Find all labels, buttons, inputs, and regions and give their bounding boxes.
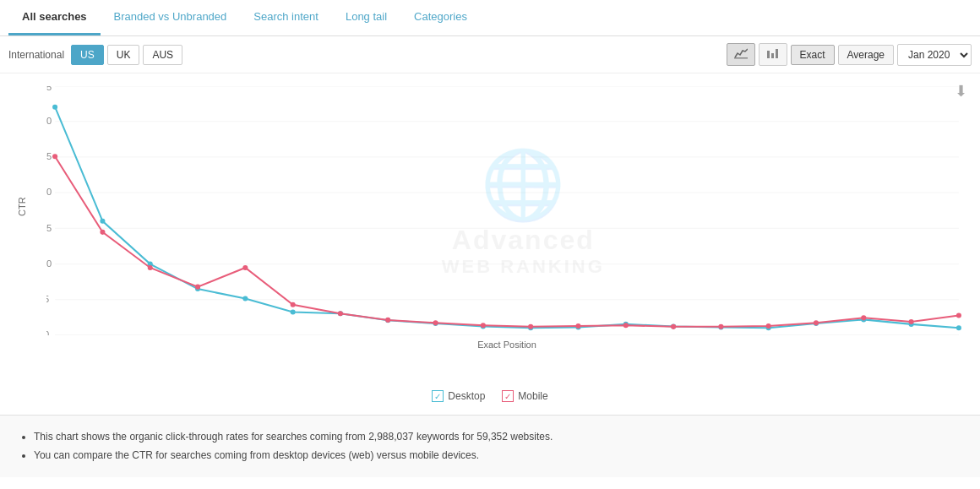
region-btn-aus[interactable]: AUS [143,45,182,65]
legend-mobile-label: Mobile [518,390,547,402]
tabs-bar: All searches Branded vs Unbranded Search… [0,0,980,36]
desktop-dot-1 [52,105,57,110]
legend-desktop-check[interactable]: ✓ [432,390,444,402]
tab-long-tail[interactable]: Long tail [332,0,400,35]
svg-rect-2 [771,53,774,58]
mobile-dot-19 [909,319,914,324]
mobile-dot-14 [671,324,676,329]
y-axis-label: CTR [17,197,27,216]
chart-svg: 0 5 10 15 20 25 30 35 1 2 3 4 5 6 7 8 9 … [46,86,967,335]
mobile-dot-6 [291,302,296,307]
info-bullet-1: This chart shows the organic click-throu… [34,428,963,447]
desktop-dot-2 [100,219,105,224]
region-btn-us[interactable]: US [71,45,104,65]
mobile-dot-12 [575,323,580,329]
line-chart-icon [734,47,748,59]
mobile-dot-8 [385,318,390,323]
chart-container: ⬇ CTR 🌐 Advanced WEB RANKING 0 5 10 [0,73,980,386]
legend-desktop-label: Desktop [448,390,485,402]
metric-exact-btn[interactable]: Exact [791,45,835,65]
tab-branded-unbranded[interactable]: Branded vs Unbranded [101,0,241,35]
x-axis-label: Exact Position [46,340,967,350]
mobile-dot-9 [433,320,438,325]
desktop-dot-20 [956,325,961,330]
svg-text:0: 0 [46,329,49,335]
svg-text:25: 25 [46,151,52,161]
tab-categories[interactable]: Categories [400,0,481,35]
mobile-dot-17 [814,320,819,325]
mobile-dot-18 [861,315,866,320]
tab-search-intent[interactable]: Search intent [240,0,332,35]
date-select[interactable]: Jan 2020 [897,44,972,66]
region-label-international: International [8,49,64,61]
mobile-line [55,156,959,327]
info-section: This chart shows the organic click-throu… [0,415,980,477]
mobile-dot-15 [718,324,723,329]
filter-bar-right: Exact Average Jan 2020 [727,43,972,66]
mobile-dot-5 [242,265,248,270]
desktop-line [55,107,959,329]
info-bullet-2: You can compare the CTR for searches com… [34,447,963,465]
filter-bar: International US UK AUS Exact Average Ja… [0,36,980,73]
svg-text:5: 5 [46,294,49,304]
svg-rect-0 [734,57,748,59]
mobile-dot-20 [956,312,961,318]
svg-rect-1 [767,51,770,58]
mobile-dot-13 [623,323,629,328]
info-list: This chart shows the organic click-throu… [17,428,963,465]
svg-text:20: 20 [46,187,52,197]
chart-type-line-btn[interactable] [727,43,755,66]
mobile-dot-2 [100,230,105,235]
mobile-dot-10 [481,323,486,328]
metric-average-btn[interactable]: Average [838,45,894,65]
svg-text:15: 15 [46,223,52,233]
chart-type-bar-btn[interactable] [759,43,787,66]
legend-mobile-check[interactable]: ✓ [502,390,514,402]
legend-desktop: ✓ Desktop [432,390,485,402]
legend-mobile: ✓ Mobile [502,390,547,402]
mobile-dot-4 [195,285,200,290]
svg-rect-3 [776,49,778,58]
svg-text:35: 35 [46,86,52,92]
bar-chart-icon [766,47,780,59]
chart-inner: CTR 🌐 Advanced WEB RANKING 0 5 10 15 [46,86,967,335]
tab-all-searches[interactable]: All searches [8,0,101,35]
desktop-dot-5 [242,296,248,302]
svg-text:10: 10 [46,258,52,269]
region-btn-uk[interactable]: UK [107,45,140,65]
mobile-dot-3 [148,265,153,270]
mobile-dot-16 [766,323,771,329]
mobile-dot-11 [528,324,533,329]
mobile-dot-7 [338,311,343,316]
mobile-dot-1 [52,154,57,159]
legend: ✓ Desktop ✓ Mobile [0,386,980,415]
svg-text:30: 30 [46,116,52,126]
desktop-dot-6 [291,309,296,314]
